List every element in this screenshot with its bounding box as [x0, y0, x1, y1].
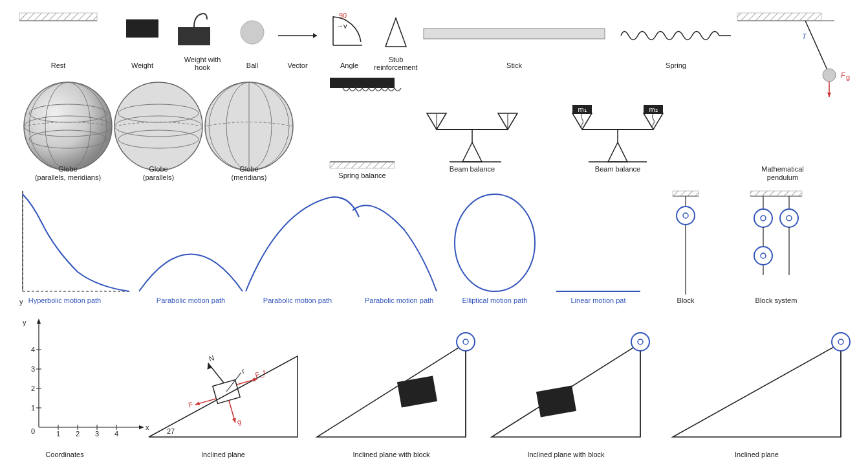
- row3-y-axis: y: [19, 298, 23, 306]
- beam-balance2-label: Beam balance: [595, 165, 640, 173]
- para1-curve: [139, 254, 243, 292]
- spring-balance-label: Spring balance: [338, 172, 385, 179]
- beam-fulcrum1: [462, 142, 482, 162]
- hyp-curve: [23, 194, 129, 291]
- para2-curve: [246, 197, 359, 291]
- coord-xnum-1: 1: [56, 430, 60, 438]
- coord-num-3: 3: [31, 365, 35, 373]
- inclined-plane2-label: Inclined plane: [735, 451, 779, 458]
- coord-num-1: 1: [31, 404, 35, 412]
- pendulum-string: [805, 21, 828, 71]
- parabolic3-label: Parabolic motion path: [365, 297, 433, 304]
- globe-meridians-label-line1: Globe: [239, 165, 258, 173]
- inclined-block1-rect: [397, 375, 437, 407]
- pendulum-T: T: [802, 32, 807, 40]
- inclined-block2-rect: [536, 385, 576, 417]
- coord-xnum-2: 2: [76, 430, 80, 438]
- angle-arc: [333, 17, 361, 45]
- globe-all-label-line2: (parallels, meridians): [35, 173, 101, 181]
- pendulum-arrow-head: [827, 93, 831, 97]
- block-system-label: Block system: [755, 297, 797, 304]
- block-sys-hatch: [750, 191, 802, 196]
- math-pendulum-label-line1: Mathematical: [761, 165, 803, 173]
- inclined-pulley2-in: [638, 339, 643, 344]
- beam-pan-right2: [644, 113, 663, 129]
- globe-par-shape: [114, 82, 202, 170]
- parabolic2-label: Parabolic motion path: [263, 297, 332, 304]
- block-label: Block: [677, 297, 695, 304]
- coord-num-2: 2: [31, 385, 35, 392]
- linear-label: Linear motion pat: [571, 297, 626, 304]
- force-F-text: F: [188, 400, 194, 408]
- beam-pan-left2: [572, 113, 592, 129]
- angle-v-arrow: →v: [336, 22, 347, 30]
- weight-hook-label-line2: hook: [195, 63, 210, 71]
- weight-hook-shape: [178, 27, 210, 45]
- spring-coil: [621, 32, 719, 40]
- globe-all-label-line1: Globe: [58, 165, 77, 173]
- inclined-plane1-shape: [149, 356, 298, 437]
- stub-shape: [385, 18, 406, 47]
- pendulum-ball: [823, 69, 836, 82]
- force-F-head: [195, 401, 200, 407]
- vector-arrow: [313, 33, 317, 38]
- globe-meridians-label-line2: (meridians): [231, 173, 266, 181]
- hyperbolic-label: Hyperbolic motion path: [28, 297, 102, 304]
- globe-all-shape: [24, 82, 112, 170]
- stub-label-line1: Stub: [389, 56, 404, 63]
- pendulum-Fg: F: [841, 71, 846, 79]
- pendulum-Fg-sub: g: [846, 73, 850, 81]
- force-N-line: [208, 361, 224, 386]
- beam-spring-r: [653, 114, 655, 129]
- stub-label-line2: reinforcement: [374, 63, 417, 71]
- spring-balance-ground: [330, 162, 395, 168]
- math-pendulum-label-line2: pendulum: [767, 173, 798, 181]
- stick-label: Stick: [506, 62, 522, 69]
- mass-m1-label: m₁: [578, 106, 586, 113]
- globe-parallels-label-line2: (parallels): [143, 173, 174, 181]
- hook-shape: [194, 14, 207, 27]
- block-sys-wheel2-in: [787, 216, 792, 221]
- pendulum-hatch: [737, 13, 821, 21]
- beam-fulcrum2: [608, 142, 627, 162]
- mass-m2-label: m₂: [649, 106, 657, 113]
- block-wheel1-inner: [683, 213, 688, 218]
- inclined-plane2-shape: [673, 343, 841, 437]
- inclined-block1-shape: [317, 343, 466, 437]
- spring-balance-top: [330, 78, 395, 88]
- coord-num-4: 4: [31, 346, 35, 353]
- force-g-text: g: [236, 418, 242, 426]
- inclined-plane-label: Inclined plane: [201, 451, 245, 458]
- block-sys-wheel3-in: [761, 253, 766, 258]
- weight-label: Weight: [131, 62, 153, 69]
- inclined-pulley1-in: [463, 339, 468, 344]
- ball-shape: [241, 21, 264, 44]
- inclined-block2-label: Inclined plane with block: [527, 451, 605, 458]
- inclined-block1-label: Inclined plane with block: [353, 451, 430, 458]
- globe-parallels-label-line1: Globe: [149, 165, 168, 173]
- svg-rect-2: [19, 13, 97, 21]
- vector-label: Vector: [287, 62, 308, 69]
- stick-shape: [424, 28, 605, 39]
- coord-yarrow: [37, 319, 41, 324]
- coord-y-label: y: [23, 319, 27, 326]
- spring-label: Spring: [666, 62, 686, 69]
- rest-label: Rest: [51, 62, 66, 69]
- coordinates-label: Coordinates: [45, 451, 84, 458]
- inclined-angle1: 27: [167, 427, 175, 435]
- force-N-text: N: [208, 354, 215, 363]
- beam-spring-l: [581, 114, 583, 129]
- spring-balance-spring: [343, 88, 401, 91]
- para3-curve: [353, 205, 437, 291]
- block-sys-wheel1-in: [761, 216, 766, 221]
- weight-hook-label-line1: Weight with: [184, 56, 221, 63]
- force-r-text: r: [241, 366, 245, 375]
- angle-label: Angle: [340, 62, 358, 69]
- coord-xnum-3: 3: [95, 430, 99, 438]
- ball-label: Ball: [246, 62, 258, 69]
- force-Ff-text: F_f: [254, 368, 266, 379]
- inclined-pulley3-in: [838, 339, 843, 344]
- coord-num-0: 0: [31, 427, 35, 435]
- elliptical-label: Elliptical motion path: [462, 297, 528, 304]
- ellipse-curve: [455, 194, 535, 291]
